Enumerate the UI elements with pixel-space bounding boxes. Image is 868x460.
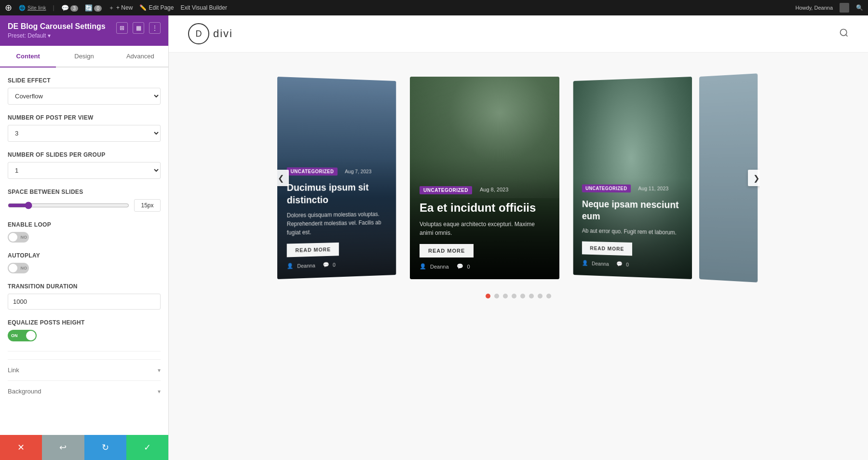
link-section-label: Link <box>8 366 19 374</box>
space-value: 15px <box>134 199 161 212</box>
space-slides-group: Space between Slides 15px <box>8 189 161 212</box>
main-layout: DE Blog Carousel Settings Preset: Defaul… <box>0 15 868 460</box>
carousel-slides: UNCATEGORIZED Aug 7, 2023 Ducimus ipsum … <box>277 72 760 284</box>
admin-bar-updates-icon[interactable]: 🔄 0 <box>85 4 102 12</box>
carousel-dot-1[interactable] <box>486 294 490 298</box>
redo-button[interactable]: ↻ <box>84 435 126 460</box>
card-2-author-icon: 👤 <box>420 263 426 270</box>
space-slider[interactable] <box>8 202 129 209</box>
card-2-date: Aug 8, 2023 <box>480 187 508 192</box>
card-2-meta: UNCATEGORIZED Aug 8, 2023 <box>420 186 550 197</box>
card-2-tag: UNCATEGORIZED <box>420 186 472 194</box>
posts-per-view-select[interactable]: 1 2 3 4 5 <box>8 125 161 142</box>
cancel-button[interactable]: ✕ <box>0 435 42 460</box>
next-arrow-icon: ❯ <box>753 174 760 183</box>
tab-design[interactable]: Design <box>56 46 112 68</box>
admin-bar-comments-icon[interactable]: 💬 3 <box>61 4 78 12</box>
card-2-author: Deanna <box>430 264 449 270</box>
panel-preset[interactable]: Preset: Default ▾ <box>8 32 106 39</box>
wp-admin-bar: ⊕ 🌐 Site link | 💬 3 🔄 0 ＋ + New ✏️ Edit … <box>0 0 868 15</box>
comments-count: 3 <box>70 5 78 12</box>
panel-title: DE Blog Carousel Settings <box>8 22 106 31</box>
autoplay-group: Autoplay NO <box>8 252 161 273</box>
exit-builder-button[interactable]: Exit Visual Builder <box>180 4 227 11</box>
card-2-title: Ea et incidunt officiis <box>420 200 550 215</box>
background-section[interactable]: Background ▾ <box>8 380 161 402</box>
carousel-dot-6[interactable] <box>529 294 534 298</box>
undo-button[interactable]: ↩ <box>42 435 84 460</box>
divi-d-letter: D <box>196 29 202 39</box>
posts-per-view-label: Number of Post Per View <box>8 114 161 121</box>
enable-loop-toggle[interactable]: NO <box>8 232 29 243</box>
autoplay-toggle-row: NO <box>8 263 161 273</box>
new-post-button[interactable]: ＋ + New <box>108 4 133 12</box>
card-2-author-row: 👤 Deanna 💬 0 <box>420 263 550 270</box>
updates-count: 0 <box>94 5 102 12</box>
carousel-card-1: UNCATEGORIZED Aug 7, 2023 Ducimus ipsum … <box>277 77 396 279</box>
equalize-label: Equalize Posts Height <box>8 319 161 326</box>
carousel-area: ❮ ❯ UNCATEG <box>169 53 868 460</box>
carousel-prev-button[interactable]: ❮ <box>277 170 289 186</box>
card-3-comments: 0 <box>626 261 629 267</box>
card-1-tag: UNCATEGORIZED <box>287 167 338 176</box>
carousel-dot-5[interactable] <box>520 294 525 298</box>
background-section-label: Background <box>8 388 41 395</box>
card-2-excerpt: Voluptas eaque architecto excepturi. Max… <box>420 220 550 237</box>
carousel-dot-2[interactable] <box>494 294 499 298</box>
search-icon[interactable]: 🔍 <box>856 4 863 11</box>
edit-icon: ✏️ <box>139 4 147 11</box>
save-icon: ✓ <box>144 442 151 453</box>
edit-page-button[interactable]: ✏️ Edit Page <box>139 4 174 11</box>
carousel-dot-4[interactable] <box>512 294 516 298</box>
card-1-comment-icon: 💬 <box>323 262 329 268</box>
carousel-dot-7[interactable] <box>538 294 542 298</box>
slides-per-group-select[interactable]: 1 2 3 4 <box>8 162 161 179</box>
card-1-title: Ducimus ipsum sit distinctio <box>287 181 387 206</box>
panel-content: Slide Effect Coverflow Slide Fade Cube F… <box>0 68 168 435</box>
card-3-tag: UNCATEGORIZED <box>582 184 631 192</box>
card-3-author-row: 👤 Deanna 💬 0 <box>582 260 682 269</box>
link-section[interactable]: Link ▾ <box>8 359 161 380</box>
tab-content[interactable]: Content <box>0 46 56 68</box>
prev-arrow-icon: ❮ <box>278 174 284 183</box>
layout-icon[interactable]: ▦ <box>133 22 144 34</box>
panel-tabs: Content Design Advanced <box>0 46 168 68</box>
save-button[interactable]: ✓ <box>126 435 168 460</box>
divi-logo-text: divi <box>213 27 233 40</box>
carousel-dots <box>486 294 551 298</box>
card-3-author-icon: 👤 <box>582 260 588 266</box>
more-icon[interactable]: ⋮ <box>149 22 161 34</box>
admin-bar-site-link[interactable]: 🌐 Site link <box>19 5 46 11</box>
card-1-read-more-button[interactable]: READ MORE <box>287 243 339 257</box>
card-1-author-row: 👤 Deanna 💬 0 <box>287 260 387 269</box>
card-2-read-more-button[interactable]: READ MORE <box>420 244 474 257</box>
carousel-container: ❮ ❯ UNCATEG <box>277 72 760 284</box>
space-slider-row: 15px <box>8 199 161 212</box>
slides-per-group-group: Number of Slides Per Group 1 2 3 4 <box>8 151 161 179</box>
card-1-author-icon: 👤 <box>287 263 294 269</box>
settings-icon[interactable]: ⊞ <box>116 22 128 34</box>
svg-point-0 <box>841 29 847 35</box>
wp-logo-icon[interactable]: ⊕ <box>5 2 12 13</box>
equalize-toggle[interactable]: ON <box>8 330 37 341</box>
autoplay-label: Autoplay <box>8 252 161 259</box>
autoplay-toggle[interactable]: NO <box>8 263 29 273</box>
equalize-group: Equalize Posts Height ON <box>8 319 161 341</box>
enable-loop-label: Enable Loop <box>8 221 161 228</box>
card-3-read-more-button[interactable]: READ MORE <box>582 242 632 256</box>
settings-panel: DE Blog Carousel Settings Preset: Defaul… <box>0 15 169 460</box>
avatar <box>840 3 849 13</box>
card-1-meta: UNCATEGORIZED Aug 7, 2023 <box>287 167 387 178</box>
site-name-label: Site link <box>27 5 46 11</box>
chevron-down-icon: ▾ <box>48 32 51 39</box>
divi-search-icon[interactable] <box>839 28 849 40</box>
slide-effect-select[interactable]: Coverflow Slide Fade Cube Flip <box>8 88 161 105</box>
transition-input[interactable] <box>8 294 161 310</box>
carousel-next-button[interactable]: ❯ <box>748 170 760 186</box>
carousel-dot-8[interactable] <box>546 294 551 298</box>
carousel-dot-3[interactable] <box>503 294 508 298</box>
equalize-on-label: ON <box>11 333 18 338</box>
divi-header: D divi <box>169 15 868 53</box>
card-3-meta: UNCATEGORIZED Aug 11, 2023 <box>582 184 682 195</box>
tab-advanced[interactable]: Advanced <box>112 46 168 68</box>
